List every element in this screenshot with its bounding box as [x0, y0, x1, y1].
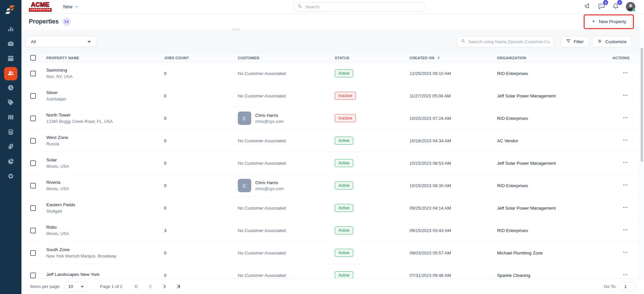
property-location: Ilion, NY, USA	[46, 74, 164, 79]
sidebar-item-invoices[interactable]	[4, 126, 17, 139]
properties-count-badge: 14	[62, 17, 71, 26]
property-name[interactable]: Jeff Landscapes New York	[46, 272, 164, 277]
property-name[interactable]: Solar	[46, 157, 164, 162]
messages-button[interactable]: 2	[598, 2, 605, 11]
sidebar-item-timesheet[interactable]	[4, 82, 17, 95]
table-search[interactable]	[457, 36, 554, 47]
scrollbar-thumb[interactable]	[641, 48, 643, 162]
property-location: New York Marriott Marquis, Broadway	[46, 254, 164, 259]
sidebar-item-reports[interactable]	[4, 155, 17, 169]
row-checkbox[interactable]	[30, 205, 36, 211]
row-actions-button[interactable]	[621, 69, 630, 78]
column-property-name[interactable]: PROPERTY NAME	[46, 56, 164, 60]
table-row: North Tower 12340 Boggy Creek Road, FL, …	[21, 107, 644, 130]
row-actions-button[interactable]	[621, 181, 630, 190]
property-location: Illinois, USA	[46, 164, 164, 169]
row-actions-button[interactable]	[621, 114, 630, 123]
new-menu[interactable]: New	[63, 4, 78, 9]
row-checkbox[interactable]	[30, 183, 36, 189]
table-body: Swimming Ilion, NY, USA 0 No Customer As…	[21, 62, 644, 294]
row-checkbox[interactable]	[30, 138, 36, 144]
sidebar-item-map[interactable]	[4, 111, 17, 125]
sort-desc-icon[interactable]	[436, 55, 441, 60]
first-page-button[interactable]	[134, 284, 139, 289]
row-actions-button[interactable]	[621, 203, 630, 213]
search-icon	[461, 39, 466, 45]
documents-icon	[7, 143, 14, 152]
row-checkbox[interactable]	[30, 160, 36, 166]
row-actions-button[interactable]	[621, 136, 630, 145]
column-customer[interactable]: CUSTOMER	[238, 56, 335, 60]
property-name[interactable]: Eastern Fields	[46, 202, 164, 207]
row-actions-button[interactable]	[621, 226, 630, 235]
no-customer-label: No Customer Associated	[238, 93, 335, 98]
column-organization[interactable]: ORGANIZATION	[497, 56, 591, 60]
view-filter-dropdown[interactable]: All	[26, 36, 96, 47]
sidebar-item-customers[interactable]	[4, 67, 17, 80]
sidebar-item-jobs[interactable]	[4, 38, 17, 51]
zuper-logo-icon[interactable]	[4, 3, 17, 18]
row-checkbox[interactable]	[30, 116, 36, 121]
row-checkbox[interactable]	[30, 228, 36, 233]
property-name[interactable]: Silver	[46, 90, 164, 95]
org-logo-subtext: CORPORATION	[29, 8, 52, 11]
created-on: 10/16/2023 04:34 AM	[410, 138, 451, 143]
filter-button[interactable]: Filter	[561, 36, 589, 47]
table-row: Riveria Illinois, USA 0 C Chris Harris c…	[21, 174, 644, 197]
property-name[interactable]: West Zone	[46, 135, 164, 140]
customize-button[interactable]: Customize	[592, 36, 632, 47]
property-name[interactable]: Riveria	[46, 180, 164, 185]
items-per-page-dropdown[interactable]: 10	[64, 282, 88, 291]
created-on: 07/31/2023 09:48 AM	[410, 273, 451, 278]
goto-page-input[interactable]	[620, 282, 636, 291]
sidebar-item-dashboard[interactable]	[4, 23, 17, 36]
global-search-input[interactable]	[305, 4, 421, 9]
jobs-count: 0	[164, 71, 166, 76]
sidebar-item-documents[interactable]	[4, 141, 17, 154]
column-status[interactable]: STATUS	[335, 56, 410, 60]
status-badge: Active	[335, 249, 353, 257]
row-actions-button[interactable]	[621, 91, 630, 100]
new-property-button[interactable]: New Property	[586, 16, 632, 27]
previous-page-button[interactable]	[148, 284, 153, 289]
tag-icon	[7, 99, 14, 107]
row-checkbox[interactable]	[30, 93, 36, 99]
property-name[interactable]: North Tower	[46, 113, 164, 118]
sidebar-item-settings[interactable]	[4, 170, 17, 183]
announcements-button[interactable]	[584, 2, 591, 11]
pagination-bar: Items per page: 10 Page 1 of 2 Go To:	[21, 279, 644, 294]
vertical-scrollbar[interactable]	[640, 29, 644, 279]
table-row: West Zone Russia 0 No Customer Associate…	[21, 130, 644, 152]
users-icon	[7, 69, 14, 78]
column-jobs-count[interactable]: JOBS COUNT	[164, 56, 238, 60]
last-page-button[interactable]	[176, 284, 181, 289]
sidebar-item-pricebook[interactable]	[4, 96, 17, 110]
org-logo-text: ACME	[31, 2, 50, 8]
table-row: South Zone New York Marriott Marquis, Br…	[21, 242, 644, 264]
goto-page: Go To:	[604, 282, 636, 291]
row-checkbox[interactable]	[30, 71, 36, 76]
row-checkbox[interactable]	[30, 250, 36, 256]
organization: RIO Enterprises	[497, 228, 528, 233]
created-on: 10/20/2023 07:24 AM	[410, 116, 451, 121]
table-header: PROPERTY NAME JOBS COUNT CUSTOMER STATUS…	[21, 54, 644, 62]
row-checkbox[interactable]	[30, 273, 36, 278]
status-badge: Active	[335, 69, 353, 77]
column-created-on[interactable]: CREATED ON	[410, 55, 497, 60]
status-badge: Active	[335, 204, 353, 212]
next-page-button[interactable]	[162, 284, 167, 289]
property-name[interactable]: Swimming	[46, 68, 164, 73]
map-icon	[7, 114, 14, 122]
select-all-checkbox[interactable]	[30, 55, 36, 61]
property-name[interactable]: South Zone	[46, 247, 164, 252]
sidebar-item-schedule[interactable]	[4, 52, 17, 66]
user-avatar[interactable]	[626, 2, 635, 11]
notifications-button[interactable]: 7	[612, 2, 620, 11]
row-actions-button[interactable]	[621, 158, 630, 168]
row-actions-button[interactable]	[621, 248, 630, 258]
caret-down-icon	[87, 39, 91, 44]
table-search-input[interactable]	[468, 39, 550, 44]
global-search[interactable]	[293, 2, 424, 11]
org-logo: ACME CORPORATION	[29, 2, 52, 11]
property-name[interactable]: Ridio	[46, 225, 164, 230]
